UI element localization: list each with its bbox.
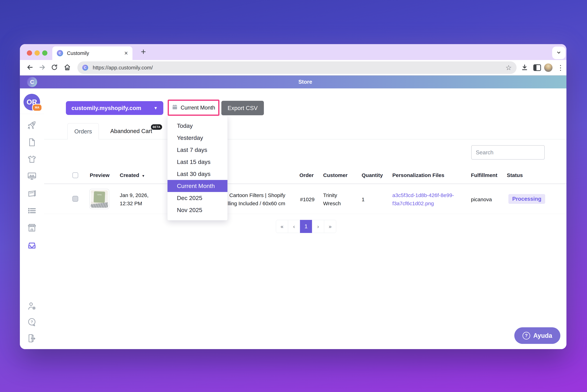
column-header-fulfillment: Fulfillment (471, 172, 498, 178)
account-avatar[interactable]: OR MA (23, 94, 40, 110)
sidebar-item-mockups[interactable] (27, 171, 37, 181)
calendar-icon (172, 104, 178, 112)
column-header-status: Status (507, 172, 523, 178)
download-icon (521, 64, 529, 72)
order-number-cell: #1029 (298, 195, 317, 204)
tab-close-icon[interactable]: × (124, 50, 128, 56)
caret-down-icon: ▼ (153, 106, 158, 110)
home-icon (63, 64, 71, 72)
customily-logo: C (27, 77, 37, 87)
reload-button[interactable] (50, 64, 58, 72)
list-icon (27, 214, 37, 216)
inbox-icon (27, 248, 37, 251)
customily-favicon: C (57, 50, 63, 56)
window-zoom-button[interactable] (42, 50, 47, 56)
dropdown-item-yesterday[interactable]: Yesterday (167, 132, 227, 144)
row-divider (44, 214, 567, 214)
store-selector-dropdown[interactable]: customily.myshopify.com ▼ (66, 101, 163, 115)
row-checkbox[interactable] (72, 196, 78, 202)
quantity-cell: 1 (362, 195, 365, 204)
forward-button[interactable] (38, 64, 46, 72)
created-cell: Jan 9, 2026,12:32 PM (120, 191, 148, 208)
browser-tab-strip: C Customily × + (20, 44, 567, 60)
browser-tab[interactable]: C Customily × (52, 46, 132, 60)
canvas-icon (27, 196, 37, 199)
monitor-products-icon (27, 179, 37, 182)
url-text: https://app.customily.com/ (93, 65, 506, 70)
dropdown-item-last-30-days[interactable]: Last 30 days (167, 168, 227, 180)
browser-toolbar: C https://app.customily.com/ ☆ ⋮ (20, 60, 567, 76)
personalization-file-link[interactable]: a3c5f3cd-1d8b-426f-8e99-f3a7cf6c1d02.png (392, 191, 454, 208)
svg-text:?: ? (31, 320, 33, 324)
sidebar-item-getting-started[interactable] (27, 120, 37, 130)
sidebar-item-pages[interactable] (27, 137, 37, 147)
customily-favicon: C (82, 65, 88, 70)
preview-thumbnail[interactable]: Lainey (89, 189, 109, 209)
product-cell: AI Cartoon Filters | ShopifyBilling Incl… (218, 191, 290, 208)
beta-badge: BETA (151, 124, 162, 130)
pagination-last-button[interactable]: » (324, 220, 336, 233)
help-button[interactable]: ? Ayuda (514, 327, 560, 344)
side-panel-icon (533, 64, 541, 71)
column-header-created[interactable]: Created▼ (120, 172, 145, 178)
tshirt-icon (27, 162, 37, 165)
sidebar-item-logout[interactable] (27, 333, 37, 343)
sidebar-item-templates[interactable] (27, 188, 37, 198)
home-button[interactable] (63, 64, 71, 72)
side-panel-button[interactable] (533, 64, 541, 72)
main-content: customily.myshopify.com ▼ Current Month … (44, 88, 567, 349)
sidebar-item-store[interactable] (27, 223, 37, 233)
address-bar[interactable]: C https://app.customily.com/ ☆ (77, 62, 517, 74)
dropdown-item-current-month[interactable]: Current Month (167, 180, 227, 192)
back-button[interactable] (26, 64, 34, 72)
browser-menu-button[interactable]: ⋮ (556, 64, 565, 72)
sidebar-item-options[interactable] (27, 206, 37, 216)
dropdown-item-nov-2025[interactable]: Nov 2025 (167, 204, 227, 216)
column-header-files: Personalization Files (392, 172, 444, 178)
page-title: Store (44, 76, 567, 88)
pagination-prev-button[interactable]: ‹ (288, 220, 300, 233)
window-close-button[interactable] (27, 50, 32, 56)
user-gear-icon (27, 309, 37, 312)
profile-avatar[interactable] (544, 64, 553, 72)
sidebar-item-help[interactable]: ? (27, 317, 37, 327)
window-minimize-button[interactable] (34, 50, 40, 56)
sidebar-item-products[interactable] (27, 154, 37, 164)
dropdown-item-last-15-days[interactable]: Last 15 days (167, 156, 227, 168)
bookmark-star-icon[interactable]: ☆ (506, 64, 512, 72)
browser-window: C Customily × + (20, 44, 567, 349)
avatar-badge: MA (32, 104, 42, 112)
dropdown-item-last-7-days[interactable]: Last 7 days (167, 144, 227, 156)
help-bubble-icon: ? (27, 325, 37, 328)
date-filter-button[interactable]: Current Month (168, 100, 219, 116)
pagination-first-button[interactable]: « (276, 220, 288, 233)
kebab-menu-icon: ⋮ (557, 64, 564, 71)
date-filter-dropdown: Today Yesterday Last 7 days Last 15 days… (167, 116, 228, 220)
desktop-background: C Customily × + (0, 0, 587, 392)
new-tab-button[interactable]: + (141, 46, 146, 57)
sort-caret-icon: ▼ (142, 174, 145, 178)
store-selector-label: customily.myshopify.com (71, 105, 141, 112)
tab-title: Customily (67, 50, 124, 56)
rocket-icon (27, 128, 37, 130)
column-header-quantity: Quantity (362, 172, 383, 178)
dropdown-item-today[interactable]: Today (167, 120, 227, 132)
export-csv-button[interactable]: Export CSV (221, 101, 264, 115)
tab-orders[interactable]: Orders (67, 123, 99, 139)
logout-door-icon (27, 341, 37, 344)
search-input[interactable] (471, 145, 545, 160)
sidebar-item-account-settings[interactable] (27, 301, 37, 311)
select-all-checkbox[interactable] (72, 172, 78, 178)
tab-search-button[interactable] (552, 46, 566, 59)
column-header-preview: Preview (90, 172, 109, 178)
document-icon (27, 145, 37, 148)
downloads-button[interactable] (521, 64, 529, 72)
dropdown-item-dec-2025[interactable]: Dec 2025 (167, 192, 227, 204)
pagination-next-button[interactable]: › (312, 220, 324, 233)
customer-cell: TrinityWresch (323, 191, 341, 208)
sidebar-item-orders[interactable] (27, 240, 37, 250)
forward-arrow-icon (38, 64, 46, 72)
table-header-divider (44, 184, 567, 184)
pagination-page-1[interactable]: 1 (300, 220, 312, 233)
date-filter-label: Current Month (181, 105, 215, 111)
